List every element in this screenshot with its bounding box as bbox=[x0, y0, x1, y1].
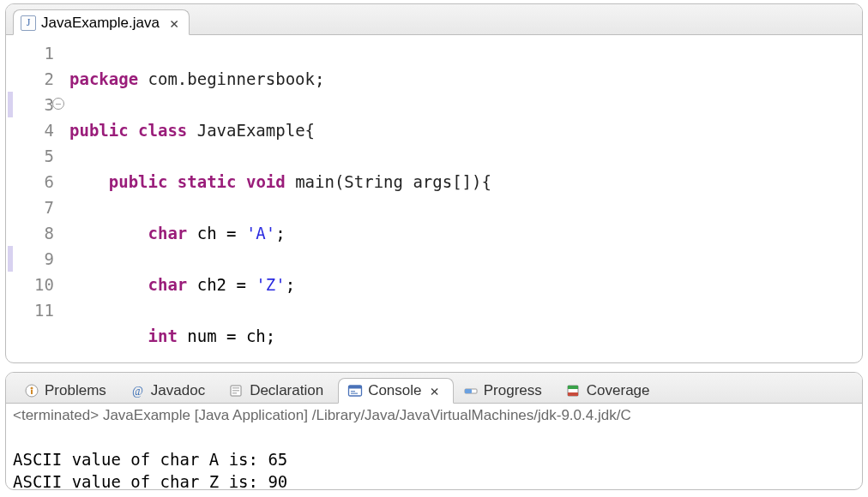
editor-panel: J JavaExample.java ✕ 1 2 3– 4 5 6 7 8 9 … bbox=[5, 3, 863, 363]
close-icon[interactable]: ✕ bbox=[170, 15, 178, 32]
javadoc-icon: @ bbox=[130, 383, 146, 398]
line-number: 9 bbox=[15, 246, 54, 272]
change-mark bbox=[8, 246, 13, 272]
code-content[interactable]: package com.beginnersbook; public class … bbox=[61, 35, 751, 363]
tab-label: Console bbox=[368, 382, 421, 399]
coverage-icon bbox=[566, 383, 582, 398]
console-output[interactable]: ASCII value of char A is: 65 ASCII value… bbox=[13, 426, 855, 490]
tab-label: Progress bbox=[484, 382, 542, 399]
views-panel: Problems @ Javadoc Declaration Console ✕ bbox=[5, 372, 863, 490]
views-tabbar: Problems @ Javadoc Declaration Console ✕ bbox=[6, 373, 862, 404]
svg-rect-16 bbox=[568, 392, 578, 396]
code-line: int num = ch; bbox=[69, 323, 751, 349]
svg-rect-13 bbox=[465, 389, 472, 393]
line-number: 4 bbox=[15, 117, 54, 143]
code-line: public class JavaExample{ bbox=[69, 117, 751, 143]
svg-rect-5 bbox=[232, 387, 239, 389]
editor-tabbar: J JavaExample.java ✕ bbox=[6, 4, 862, 35]
change-mark bbox=[8, 92, 13, 117]
editor-tab-javaexample[interactable]: J JavaExample.java ✕ bbox=[13, 9, 190, 35]
svg-rect-9 bbox=[349, 386, 362, 389]
svg-rect-11 bbox=[351, 393, 358, 394]
tab-label: Declaration bbox=[250, 382, 323, 399]
code-line: public static void main(String args[]){ bbox=[69, 169, 751, 195]
svg-rect-7 bbox=[232, 392, 237, 394]
tab-coverage[interactable]: Coverage bbox=[557, 378, 665, 404]
tab-console[interactable]: Console ✕ bbox=[338, 378, 454, 404]
console-line: ASCII value of char Z is: 90 bbox=[13, 472, 287, 490]
line-number: 5 bbox=[15, 143, 54, 169]
line-number: 6 bbox=[15, 169, 54, 195]
console-icon bbox=[347, 383, 363, 398]
svg-rect-6 bbox=[232, 390, 239, 392]
console-line: ASCII value of char A is: 65 bbox=[13, 450, 287, 469]
svg-rect-2 bbox=[31, 390, 33, 394]
tab-progress[interactable]: Progress bbox=[454, 378, 557, 404]
svg-rect-10 bbox=[351, 391, 355, 392]
fold-toggle-icon[interactable]: – bbox=[52, 98, 64, 110]
line-number: 10 bbox=[15, 272, 54, 297]
editor-tab-label: JavaExample.java bbox=[41, 15, 160, 32]
line-number: 3– bbox=[15, 92, 54, 117]
line-number: 7 bbox=[15, 195, 54, 220]
console-body: <terminated> JavaExample [Java Applicati… bbox=[6, 404, 862, 490]
problems-icon bbox=[24, 383, 39, 398]
tab-label: Coverage bbox=[587, 382, 650, 399]
change-ruler bbox=[6, 35, 15, 363]
svg-point-1 bbox=[31, 387, 33, 390]
code-area[interactable]: 1 2 3– 4 5 6 7 8 9 10 11 package com.beg… bbox=[6, 35, 862, 363]
line-number: 11 bbox=[15, 297, 54, 323]
close-icon[interactable]: ✕ bbox=[431, 382, 439, 399]
progress-icon bbox=[463, 383, 479, 398]
code-line: char ch = 'A'; bbox=[69, 220, 751, 246]
tab-label: Javadoc bbox=[151, 382, 205, 399]
line-number: 8 bbox=[15, 220, 54, 246]
tab-label: Problems bbox=[45, 382, 106, 399]
line-number: 1 bbox=[15, 40, 54, 66]
svg-text:@: @ bbox=[132, 385, 143, 398]
line-number-gutter: 1 2 3– 4 5 6 7 8 9 10 11 bbox=[15, 35, 61, 363]
svg-rect-15 bbox=[568, 386, 578, 389]
tab-javadoc[interactable]: @ Javadoc bbox=[121, 378, 220, 404]
code-line: package com.beginnersbook; bbox=[69, 66, 751, 92]
tab-declaration[interactable]: Declaration bbox=[220, 378, 338, 404]
declaration-icon bbox=[229, 383, 244, 398]
console-launch-info: <terminated> JavaExample [Java Applicati… bbox=[13, 407, 855, 424]
tab-problems[interactable]: Problems bbox=[15, 378, 121, 404]
code-line: char ch2 = 'Z'; bbox=[69, 272, 751, 297]
java-file-icon: J bbox=[21, 15, 36, 31]
line-number: 2 bbox=[15, 66, 54, 92]
